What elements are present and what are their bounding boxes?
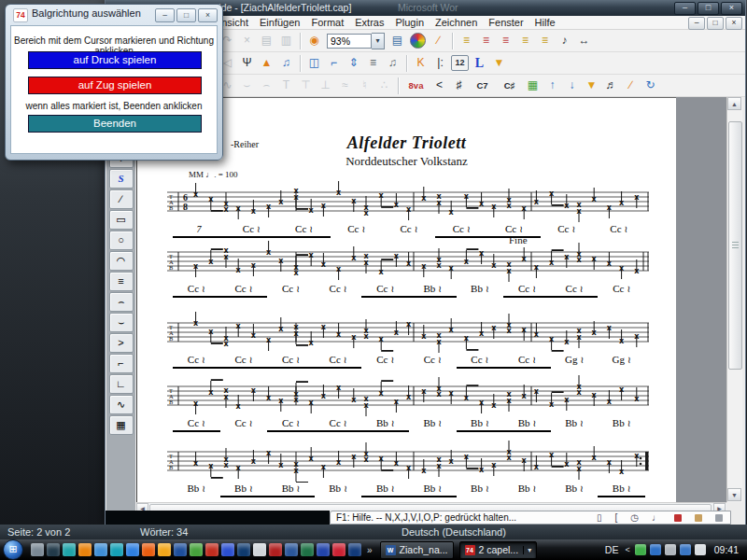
line-tool-button[interactable]: ∕ [109,189,134,209]
color-wheel-button[interactable] [410,33,426,49]
note-layout-button[interactable]: ♪ [556,32,573,49]
tuning-fork-button[interactable]: Ψ [238,54,256,72]
quicklaunch-icon-10[interactable] [174,543,187,556]
quicklaunch-icon-7[interactable] [126,543,139,556]
task-group-chevron-icon[interactable]: ▾ [523,546,531,554]
window-restore-button[interactable]: □ [698,2,719,15]
zoom-combo[interactable]: 93%▾ [327,33,385,49]
bracket-tool-button[interactable]: ⌐ [109,354,134,373]
ellipse-tool-button[interactable]: ○ [109,231,134,250]
quicklaunch-icon-2[interactable] [47,543,60,556]
chevron-down-icon[interactable]: ▾ [372,33,385,49]
tray-icon-3[interactable] [665,544,676,555]
menu-zeichnen[interactable]: Zeichnen [430,16,483,30]
lines-tool-button[interactable]: ≡ [109,272,134,291]
menu-fenster[interactable]: Fenster [483,16,529,30]
corner-tool-button[interactable]: ∟ [109,374,134,394]
grid-tool-button[interactable]: ▦ [109,415,134,435]
tray-icon-4[interactable] [680,544,691,555]
auf-druck-spielen-button[interactable]: auf Druck spielen [28,51,202,69]
transpose-tool-button[interactable]: ▼ [490,54,508,72]
octava-button[interactable]: 8va [403,77,429,94]
rect-tool-button[interactable]: ▭ [109,210,134,230]
meter-button[interactable]: 12 [451,55,469,71]
quicklaunch-icon-4[interactable] [78,543,92,556]
task-button-2capel[interactable]: 742 capel...▾ [459,541,538,559]
quicklaunch-icon-18[interactable] [301,543,314,556]
wave-tool-button[interactable]: ∿ [109,395,134,414]
metronome-button[interactable]: ▲ [258,54,275,72]
quicklaunch-icon-11[interactable] [190,543,203,556]
menu-format[interactable]: Format [305,16,349,30]
tray-icon-5[interactable] [695,544,706,555]
dialog-close-button[interactable]: × [198,8,218,22]
quicklaunch-icon-20[interactable] [332,543,345,556]
staff-system-2[interactable]: TABxxxxxxxxxxxxxxxxxxxxxxxxxxxxxxxxxxxxx… [165,240,651,283]
quicklaunch-icon-21[interactable] [348,543,361,556]
menu-plugin[interactable]: Plugin [389,16,430,30]
arc-up-tool-button[interactable]: ⌢ [109,292,134,312]
layout-pages-button[interactable]: ≡ [516,32,534,49]
crescendo-button[interactable]: < [430,77,448,94]
page-preview-button[interactable]: ▤ [388,32,406,49]
bracket-button[interactable]: ⌐ [325,54,343,72]
angle-tool-button[interactable]: > [109,333,134,353]
shift-down-button[interactable]: ↓ [563,77,581,94]
layout-parts-button[interactable]: ≡ [536,32,554,49]
quicklaunch-icon-8[interactable] [142,543,155,556]
tray-icon-1[interactable] [635,544,646,555]
menu-extras[interactable]: Extras [349,16,389,30]
window-minimize-button[interactable]: – [674,2,696,15]
language-indicator[interactable]: DE [605,544,619,555]
layout-staves-button[interactable]: ≡ [477,32,495,49]
layout-systems-button[interactable]: ≡ [458,32,475,49]
lyrics-button[interactable]: L [471,54,488,72]
line-numbers-button[interactable]: ≡ [364,54,382,72]
note-pair-button[interactable]: ♫ [384,54,402,72]
menu-einfgen[interactable]: Einfügen [254,16,305,30]
document-restore-button[interactable]: □ [707,17,724,30]
quicklaunch-icon-6[interactable] [110,543,123,556]
window-close-button[interactable]: × [721,2,742,15]
quicklaunch-icon-3[interactable] [63,543,76,556]
quicklaunch-overflow-chevron[interactable]: » [367,545,373,555]
arc-down-tool-button[interactable]: ⌣ [109,313,134,332]
staff-system-4[interactable]: TABxxxxxxxxxxxxxxxxxxxxxxxxxxxxxxxxxxxxx… [165,374,651,417]
quicklaunch-icon-17[interactable] [285,543,298,556]
stretch-systems-button[interactable]: ↔ [575,32,593,49]
curve-tool-button[interactable]: ◠ [109,251,134,271]
staff-system-5[interactable]: TABxxxxxxxxxxxxxxxxxxxxxxxxxxxxxxxxxxxxx… [165,440,651,483]
quicklaunch-icon-9[interactable] [158,543,171,556]
dialog-restore-button[interactable]: □ [176,8,196,22]
quicklaunch-icon-14[interactable] [237,543,250,556]
staff-spacing-button[interactable]: ⇕ [345,54,362,72]
document-minimize-button[interactable]: – [688,17,705,30]
auf-zug-spielen-button[interactable]: auf Zug spielen [28,77,202,94]
quicklaunch-icon-13[interactable] [221,543,234,556]
slur-tool-button[interactable]: S [109,169,134,189]
loop-button[interactable]: ↻ [641,77,659,94]
quicklaunch-icon-16[interactable] [269,543,282,556]
zoom-value[interactable]: 93% [327,34,372,49]
shift-up-button[interactable]: ↑ [543,77,561,94]
quicklaunch-icon-19[interactable] [317,543,330,556]
voice-button[interactable]: ▼ [583,77,600,94]
quicklaunch-icon-5[interactable] [94,543,107,556]
zoom-stamp-icon[interactable]: ◉ [305,32,323,49]
beam-button[interactable]: ♬ [602,77,620,94]
layout-current-button[interactable]: ≡ [497,32,514,49]
dialog-titlebar[interactable]: 74 Balgrichtung auswählen –□× [6,5,222,24]
vertical-scroll-thumb[interactable] [728,121,742,370]
format-brush-button[interactable]: ∕ [430,32,447,49]
vertical-scrollbar[interactable]: ▲ ▼ [726,97,742,502]
beenden-button[interactable]: Beenden [28,115,202,133]
tray-chevron[interactable]: < [625,545,629,554]
scroll-up-arrow[interactable]: ▲ [727,97,741,110]
chord-csharp-button[interactable]: C♯ [497,77,522,94]
play-notes-button[interactable]: ♫ [277,54,295,72]
chord-c7-button[interactable]: C7 [470,77,495,94]
staff-system-3[interactable]: TABxxxxxxxxxxxxxxxxxxxxxxxxxxxxxxxxxxxxx… [165,311,651,354]
quicklaunch-icon-1[interactable] [31,543,44,556]
document-close-button[interactable]: × [726,17,742,30]
keys-button[interactable]: K [412,54,430,72]
